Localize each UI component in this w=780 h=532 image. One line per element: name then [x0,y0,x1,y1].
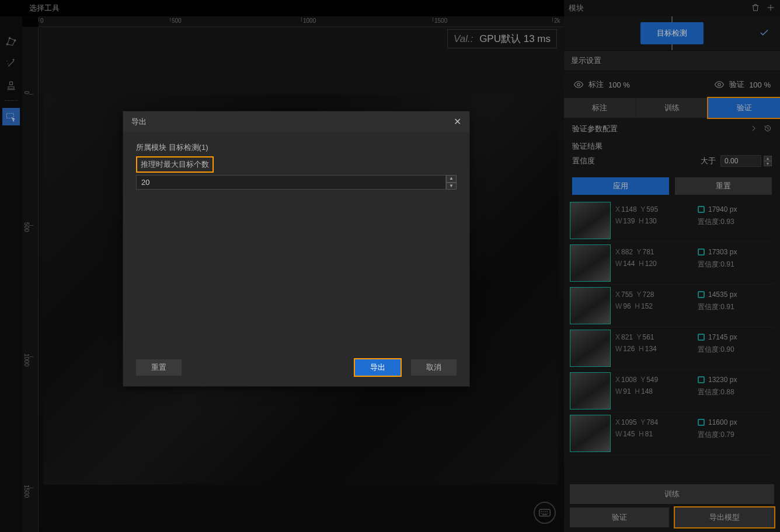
dialog-cancel-button[interactable]: 取消 [411,359,457,376]
dialog-footer: 重置 导出 取消 [123,354,469,386]
close-icon[interactable]: ✕ [454,116,461,127]
max-targets-input[interactable] [136,175,446,190]
spin-up-icon[interactable]: ▲ [446,175,457,183]
dialog-title: 导出 [131,117,147,127]
export-dialog: 导出 ✕ 所属模块 目标检测(1) 推理时最大目标个数 ▲▼ 重置 导出 取消 [123,111,470,387]
module-line: 所属模块 目标检测(1) [136,142,457,153]
dialog-header: 导出 ✕ [123,111,469,132]
dialog-export-button[interactable]: 导出 [355,359,401,376]
spin-down-icon[interactable]: ▼ [446,183,457,190]
dialog-body: 所属模块 目标检测(1) 推理时最大目标个数 ▲▼ [123,132,469,354]
max-targets-label: 推理时最大目标个数 [136,156,214,173]
dialog-reset-button[interactable]: 重置 [136,359,182,376]
